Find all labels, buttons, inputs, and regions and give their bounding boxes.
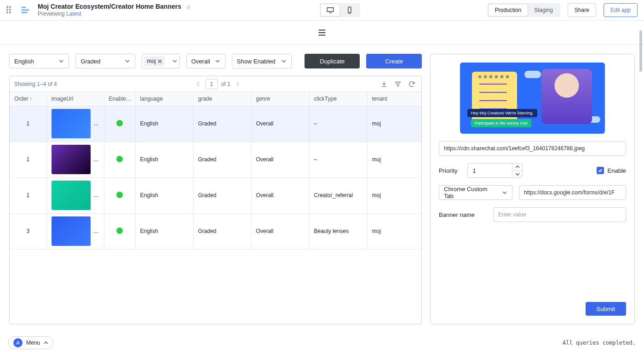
page-prev-button[interactable]: [195, 81, 202, 87]
filter-icon[interactable]: [393, 79, 403, 89]
cell-enabled: [104, 142, 135, 177]
app-subtitle: Previewing Latest: [38, 11, 192, 17]
priority-up-button[interactable]: [512, 164, 522, 170]
cell-grade: Graded: [193, 106, 251, 142]
chevron-down-icon: [215, 58, 220, 64]
device-mobile-button[interactable]: [340, 4, 359, 16]
cell-clicktype: Creator_referral: [309, 177, 367, 213]
page-of-label: of 1: [221, 81, 230, 87]
cell-grade: Graded: [193, 177, 251, 213]
click-type-select[interactable]: Chrome Custom Tab: [439, 185, 512, 200]
thumbnail: [52, 181, 91, 210]
user-menu[interactable]: A Menu: [8, 336, 53, 349]
table-row[interactable]: 1…EnglishGradedOverall–moj: [10, 106, 421, 142]
submit-button[interactable]: Submit: [586, 302, 626, 316]
enable-checkbox[interactable]: Enable: [597, 167, 626, 174]
duplicate-button[interactable]: Duplicate: [305, 54, 360, 68]
tenant-tag: moj: [144, 56, 164, 66]
column-grade[interactable]: grade: [193, 92, 251, 106]
status-text: All queries completed.: [563, 340, 636, 346]
refresh-icon[interactable]: [407, 79, 417, 89]
cell-genre: Overall: [251, 142, 309, 177]
column-genre[interactable]: genre: [251, 92, 309, 106]
download-icon[interactable]: [379, 79, 389, 89]
env-production-button[interactable]: Production: [489, 4, 528, 16]
env-toggle: Production Staging: [488, 3, 560, 17]
version-link[interactable]: Latest: [66, 11, 81, 17]
column-enabled[interactable]: Enable…: [104, 92, 135, 106]
page-next-button[interactable]: [234, 81, 242, 87]
genre-select[interactable]: Overall: [186, 54, 225, 68]
column-tenant[interactable]: tenant: [367, 92, 421, 106]
device-desktop-button[interactable]: [321, 4, 340, 16]
cell-clicktype: Beauty lenses: [309, 213, 367, 249]
cell-image: …: [46, 177, 104, 213]
cell-genre: Overall: [251, 177, 309, 213]
cell-tenant: moj: [367, 177, 421, 213]
enabled-dot-icon: [116, 120, 123, 126]
banner-name-label: Banner name: [439, 211, 475, 218]
row-more-icon[interactable]: …: [93, 120, 99, 127]
cell-order: 3: [10, 213, 46, 249]
page-scrollbar[interactable]: [638, 21, 643, 334]
svg-point-1: [349, 12, 350, 13]
chevron-down-icon: [502, 190, 507, 195]
thumbnail: [52, 109, 91, 138]
table-row[interactable]: 1…EnglishGradedOverall–moj: [10, 142, 421, 177]
cell-clicktype: –: [309, 106, 367, 142]
show-enabled-select[interactable]: Show Enabled: [232, 54, 292, 68]
cell-language: English: [135, 213, 193, 249]
image-url-input[interactable]: https://cdn.sharechat.com/1eefcef3_16401…: [439, 141, 626, 156]
env-staging-button[interactable]: Staging: [528, 4, 559, 16]
hamburger-menu-button[interactable]: [316, 27, 328, 38]
cell-order: 1: [10, 142, 46, 177]
priority-stepper[interactable]: 1: [467, 163, 523, 178]
chevron-down-icon: [58, 58, 64, 64]
avatar: A: [13, 338, 23, 347]
row-more-icon[interactable]: …: [93, 192, 99, 199]
banner-preview: Hey Moj Creators! We're listening. Parti…: [460, 62, 605, 134]
cell-order: 1: [10, 177, 46, 213]
enabled-dot-icon: [116, 227, 123, 234]
enabled-dot-icon: [116, 192, 123, 198]
device-toggle: [320, 3, 360, 17]
row-more-icon[interactable]: …: [93, 228, 99, 234]
drag-handle-icon[interactable]: [6, 6, 13, 14]
column-imageurl[interactable]: imageUrl: [46, 92, 104, 106]
cell-grade: Graded: [193, 142, 251, 177]
column-language[interactable]: language: [135, 92, 193, 106]
table-row[interactable]: 3…EnglishGradedOverallBeauty lensesmoj: [10, 213, 421, 249]
edit-app-button[interactable]: Edit app: [604, 3, 638, 17]
tenant-select[interactable]: moj: [142, 54, 179, 68]
app-header: Moj Creator Ecosystem/Creator Home Banne…: [38, 3, 192, 18]
share-button[interactable]: Share: [568, 3, 596, 17]
cell-tenant: moj: [367, 213, 421, 249]
tag-remove-icon[interactable]: [158, 59, 162, 63]
cell-genre: Overall: [251, 213, 309, 249]
banner-name-input[interactable]: Enter value: [493, 207, 626, 222]
language-select[interactable]: English: [9, 54, 69, 68]
page-number-input[interactable]: 1: [206, 79, 218, 89]
enabled-dot-icon: [116, 156, 123, 162]
column-order[interactable]: Order↑: [10, 92, 46, 106]
menu-label: Menu: [26, 340, 40, 346]
app-title: Moj Creator Ecosystem/Creator Home Banne…: [38, 3, 181, 11]
thumbnail: [52, 216, 91, 246]
priority-value[interactable]: 1: [468, 164, 512, 177]
cell-language: English: [135, 106, 193, 142]
cell-enabled: [104, 213, 135, 249]
grade-select[interactable]: Graded: [75, 54, 135, 68]
star-icon[interactable]: [185, 3, 192, 11]
enable-label: Enable: [608, 167, 626, 174]
cell-grade: Graded: [193, 213, 251, 249]
priority-down-button[interactable]: [512, 170, 522, 178]
column-clicktype[interactable]: clickType: [309, 92, 367, 106]
table-row[interactable]: 1…EnglishGradedOverallCreator_referralmo…: [10, 177, 421, 213]
banners-table: Showing 1–4 of 4 1 of 1 Order↑: [9, 76, 422, 324]
click-url-input[interactable]: https://docs.google.com/forms/d/e/1F: [519, 185, 626, 200]
chevron-up-icon: [44, 340, 48, 346]
cell-image: …: [46, 213, 104, 249]
cell-tenant: moj: [367, 106, 421, 142]
create-button[interactable]: Create: [366, 54, 421, 68]
row-more-icon[interactable]: …: [93, 156, 99, 163]
